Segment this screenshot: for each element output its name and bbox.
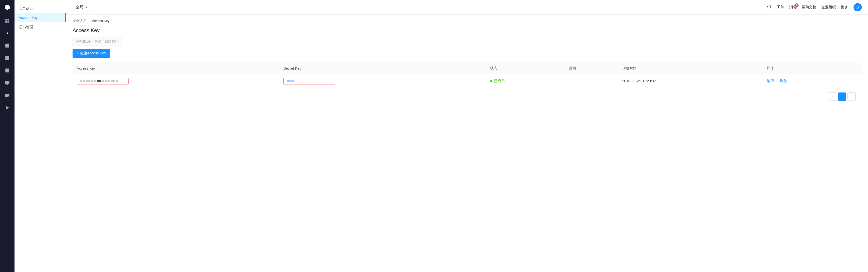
dot-blue: [289, 80, 291, 82]
dot: [113, 80, 115, 82]
sidebar-icon-widget[interactable]: [0, 52, 14, 64]
finance-btn[interactable]: 财务: [841, 5, 848, 9]
svg-rect-14: [5, 70, 9, 71]
dot-group-4: [102, 80, 110, 82]
svg-rect-5: [5, 44, 9, 48]
dot: [86, 80, 88, 82]
dot-group-s1: [287, 80, 294, 82]
sidebar-icon-video[interactable]: [0, 89, 14, 101]
breadcrumb-parent[interactable]: 安全认证: [72, 19, 86, 23]
workorder-btn[interactable]: 工单: [777, 5, 784, 9]
sidebar-icon-monitor[interactable]: [0, 77, 14, 89]
sidebar-icon-storage[interactable]: [0, 64, 14, 77]
dot: [91, 80, 93, 82]
dot: [107, 80, 110, 82]
sidebar-icon-play[interactable]: [0, 101, 14, 114]
sidebar-icon-grid[interactable]: [0, 39, 14, 52]
logo: [0, 0, 14, 14]
dot: [116, 80, 118, 82]
svg-rect-2: [8, 19, 9, 20]
note-cell: -: [565, 74, 618, 88]
dot-group-2: [86, 80, 96, 82]
svg-point-22: [768, 5, 771, 8]
dot-group-5: [111, 80, 118, 82]
dot: [88, 80, 90, 82]
current-page-btn[interactable]: 1: [838, 92, 846, 101]
access-key-cell: [72, 74, 279, 88]
svg-rect-1: [5, 19, 7, 20]
global-selector[interactable]: 全局: [72, 4, 91, 11]
col-secret-key: Secret Key: [279, 63, 486, 74]
dot-dark: [97, 80, 99, 82]
sidebar-expand-btn[interactable]: [0, 27, 14, 39]
content-area: 安全认证 / Access Key Access Key 已创建1个，最多可创建…: [66, 14, 868, 272]
dot-group-1: [80, 80, 85, 82]
main-area: 全局 工单 消息 1: [66, 0, 868, 272]
pagination: < 1 >: [72, 88, 862, 105]
help-btn[interactable]: 帮助文档: [802, 5, 816, 9]
table-info: 已创建1个，最多可创建20个: [72, 37, 122, 46]
col-access-key: Access Key: [72, 63, 279, 74]
avatar[interactable]: S: [854, 3, 862, 11]
col-actions: 操作: [763, 63, 862, 74]
table-header-row: Access Key Secret Key 状态 说明 创建时间 操作: [72, 63, 862, 74]
org-btn[interactable]: 企业组织: [822, 5, 836, 9]
svg-rect-12: [7, 58, 9, 60]
search-icon: [767, 4, 772, 9]
breadcrumb-sep: /: [89, 19, 90, 23]
created-at-cell: 2016-09-24 01:23:37: [618, 74, 762, 88]
table-section: 已创建1个，最多可创建20个 + 创建Access Key Access Key…: [66, 37, 868, 111]
message-btn[interactable]: 消息 1: [789, 5, 797, 9]
nav-item-cert-mgmt[interactable]: 证书管理: [14, 22, 66, 32]
nav-section-title: 安全认证: [14, 4, 66, 13]
dot-dark: [99, 80, 101, 82]
status-label: 已启用: [494, 79, 505, 83]
top-header: 全局 工单 消息 1: [66, 0, 868, 14]
col-created-at: 创建时间: [618, 63, 762, 74]
dot: [105, 80, 107, 82]
global-selector-label: 全局: [76, 5, 83, 9]
dot: [83, 80, 85, 82]
icon-sidebar: [0, 0, 14, 272]
access-key-dots: [80, 80, 125, 82]
svg-rect-4: [8, 21, 9, 23]
disable-btn[interactable]: 禁用: [767, 79, 774, 83]
svg-rect-13: [5, 69, 9, 70]
chevron-down-icon: [85, 6, 88, 9]
access-key-table: Access Key Secret Key 状态 说明 创建时间 操作: [72, 63, 862, 88]
svg-rect-3: [5, 21, 7, 23]
svg-rect-9: [5, 56, 7, 58]
svg-rect-15: [5, 71, 9, 72]
message-badge: 1: [795, 3, 799, 7]
secret-key-cell: [279, 74, 486, 88]
header-right: 工单 消息 1 帮助文档 企业组织 财务 S: [767, 3, 862, 11]
delete-btn[interactable]: 删除: [780, 79, 787, 83]
svg-rect-16: [5, 81, 9, 84]
dot-blue: [292, 80, 294, 82]
svg-marker-0: [5, 5, 10, 10]
breadcrumb-current: Access Key: [92, 19, 110, 23]
status-dot: [490, 80, 492, 82]
svg-line-23: [770, 7, 771, 8]
dot-group-3: [97, 80, 101, 82]
svg-rect-10: [7, 56, 9, 58]
table-row: 已启用 - 2016-09-24 01:23:37 禁用 | 删除: [72, 74, 862, 88]
page-title: Access Key: [66, 23, 868, 37]
dot-blue: [287, 80, 289, 82]
nav-sidebar: 安全认证 Access Key 证书管理: [14, 0, 66, 272]
header-left: 全局: [72, 4, 91, 11]
create-access-key-button[interactable]: + 创建Access Key: [72, 49, 110, 58]
svg-rect-11: [5, 58, 7, 60]
sidebar-icon-dashboard[interactable]: [0, 14, 14, 27]
col-note: 说明: [565, 63, 618, 74]
dot: [80, 80, 82, 82]
search-btn[interactable]: [767, 4, 772, 10]
next-page-btn[interactable]: >: [847, 92, 856, 101]
status-cell: 已启用: [486, 74, 565, 88]
dot: [111, 80, 113, 82]
nav-item-access-key[interactable]: Access Key: [14, 13, 66, 22]
breadcrumb: 安全认证 / Access Key: [66, 14, 868, 23]
svg-rect-19: [5, 94, 8, 97]
col-status: 状态: [486, 63, 565, 74]
prev-page-btn[interactable]: <: [829, 92, 837, 101]
